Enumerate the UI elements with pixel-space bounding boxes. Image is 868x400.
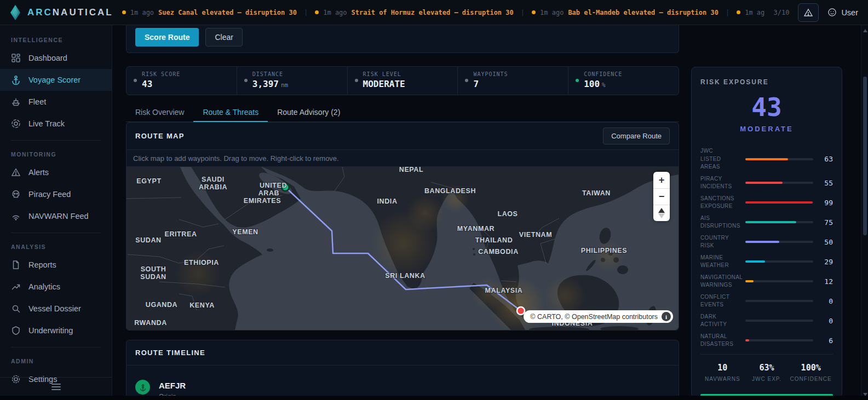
search-icon — [11, 304, 21, 314]
stat-value: MODERATE — [363, 79, 405, 89]
svg-text:CAMBODIA: CAMBODIA — [478, 248, 519, 256]
svg-text:UGANDA: UGANDA — [146, 301, 177, 309]
zoom-in-button[interactable]: + — [653, 172, 670, 188]
compass-south-icon — [658, 213, 665, 218]
divider — [700, 354, 833, 355]
svg-text:ETHIOPIA: ETHIOPIA — [184, 259, 219, 266]
scroll-up-icon[interactable] — [863, 29, 867, 32]
alert-triangle-icon — [11, 167, 21, 177]
summary-label: JWC EXP. — [745, 376, 789, 382]
clear-button[interactable]: Clear — [205, 28, 242, 47]
route-map-title: ROUTE MAP — [135, 132, 185, 140]
sidebar-item-label: Piracy Feed — [28, 190, 71, 199]
sidebar-item-label: Fleet — [28, 97, 46, 106]
sidebar-item-live-track[interactable]: Live Track — [0, 113, 112, 135]
alert-time: 1m ago — [130, 9, 154, 16]
risk-metric-piracy-incidents: PIRACYINCIDENTS 55 — [700, 175, 833, 191]
metric-bar-track — [745, 221, 813, 223]
metric-bar-track — [745, 260, 813, 263]
metric-label: MARINEWEATHER — [700, 254, 740, 270]
route-timeline-card: ROUTE TIMELINE AEFJR Origin — [126, 340, 679, 400]
zoom-out-button[interactable]: − — [653, 188, 670, 205]
user-menu[interactable]: User — [827, 8, 858, 17]
route-map-card: ROUTE MAP Compare Route Click map to add… — [126, 122, 679, 331]
score-route-button[interactable]: Score Route — [135, 28, 199, 47]
risk-metric-marine-weather: MARINEWEATHER 29 — [700, 254, 833, 270]
route-map[interactable]: EGYPTSAUDIARABIAUNITEDARABEMIRATESNEPALB… — [127, 167, 679, 330]
tab-route-advisory-2[interactable]: Route Advisory (2) — [268, 103, 349, 122]
sidebar-item-label: Dashboard — [28, 54, 67, 62]
sidebar-item-label: Live Track — [28, 119, 65, 128]
svg-text:SUDAN: SUDAN — [135, 236, 161, 244]
metric-bar-fill — [745, 280, 754, 282]
stat-label: RISK LEVEL — [363, 71, 405, 77]
sidebar-item-dashboard[interactable]: Dashboard — [0, 47, 112, 69]
route-timeline-title: ROUTE TIMELINE — [135, 349, 205, 357]
risk-exposure-panel: RISK EXPOSURE 43 MODERATE JWCLISTEDAREAS… — [691, 67, 842, 398]
alert-text: Bab el-Mandeb elevated — disruption 30 — [568, 9, 718, 16]
alert-time: 1m ago — [323, 9, 347, 16]
risk-metric-country-risk: COUNTRYRISK 50 — [700, 234, 833, 250]
svg-text:ARABIA: ARABIA — [199, 183, 227, 191]
risk-metrics-list: JWCLISTEDAREAS 63 PIRACYINCIDENTS 55 SAN… — [700, 147, 833, 349]
sidebar-item-fleet[interactable]: Fleet — [0, 91, 112, 113]
svg-text:SOUTH: SOUTH — [141, 265, 166, 273]
compass-north-icon — [658, 208, 665, 213]
stat-value: 7 — [473, 79, 508, 89]
sidebar-item-label: Underwriting — [28, 326, 73, 335]
metric-bar-fill — [745, 339, 749, 341]
sidebar-item-piracy-feed[interactable]: Piracy Feed — [0, 183, 112, 205]
metric-label: JWCLISTEDAREAS — [700, 147, 740, 171]
metric-bar-fill — [745, 221, 796, 223]
compare-route-button[interactable]: Compare Route — [603, 127, 670, 144]
svg-text:YEMEN: YEMEN — [232, 228, 258, 236]
summary-label: CONFIDENCE — [789, 376, 833, 382]
stat-risk-level: RISK LEVEL MODERATE — [347, 67, 458, 95]
risk-score-value: 43 — [700, 95, 833, 120]
sidebar-item-underwriting[interactable]: Underwriting — [0, 320, 112, 341]
status-dot-icon — [576, 79, 579, 82]
svg-text:SRI LANKA: SRI LANKA — [385, 272, 425, 280]
svg-text:EGYPT: EGYPT — [136, 177, 161, 185]
metric-bar-track — [745, 300, 813, 302]
svg-text:RWANDA: RWANDA — [134, 319, 167, 327]
metric-bar-fill — [745, 241, 779, 243]
hamburger-icon — [51, 382, 61, 392]
metric-bar-fill — [745, 182, 783, 184]
risk-level-badge: MODERATE — [700, 125, 833, 133]
sidebar-item-voyage-scorer[interactable]: Voyage Scorer — [0, 69, 112, 91]
sidebar-item-analytics[interactable]: Analytics — [0, 276, 112, 298]
alerts-button[interactable] — [798, 3, 819, 22]
info-icon[interactable]: i — [662, 312, 671, 321]
metric-value: 0 — [819, 297, 833, 305]
ticker-alert: 1m ago Suez Canal elevated — disruption … — [122, 9, 297, 16]
stat-confidence: CONFIDENCE 100% — [568, 67, 679, 95]
sidebar-item-navwarn-feed[interactable]: NAVWARN Feed — [0, 205, 112, 227]
sidebar-collapse-button[interactable] — [0, 377, 112, 396]
anchor-icon — [139, 384, 147, 391]
stat-label: CONFIDENCE — [584, 71, 622, 77]
compass-button[interactable] — [653, 205, 670, 221]
tab-risk-overview[interactable]: Risk Overview — [126, 103, 193, 122]
map-attribution: © CARTO, © OpenStreetMap contributors i — [524, 310, 673, 323]
metric-value: 29 — [819, 258, 833, 266]
sidebar-item-reports[interactable]: Reports — [0, 254, 112, 276]
metric-bar-track — [745, 241, 813, 243]
page-scrollbar[interactable] — [861, 25, 868, 400]
origin-anchor-badge — [135, 380, 150, 395]
ticker-counter: 3/10 — [773, 9, 789, 16]
scrollbar-thumb[interactable] — [863, 77, 867, 235]
sidebar-item-alerts[interactable]: Alerts — [0, 161, 112, 183]
risk-metric-ais-disruptions: AISDISRUPTIONS 75 — [700, 215, 833, 230]
metric-value: 6 — [819, 337, 833, 345]
summary-navwarns: 10 NAVWARNS — [700, 363, 745, 382]
svg-text:EMIRATES: EMIRATES — [244, 197, 281, 205]
trend-icon — [11, 282, 21, 292]
svg-text:TAIWAN: TAIWAN — [582, 189, 611, 197]
sidebar-item-vessel-dossier[interactable]: Vessel Dossier — [0, 298, 112, 320]
tab-route-threats[interactable]: Route & Threats — [193, 103, 268, 122]
metric-bar-fill — [745, 260, 765, 263]
stat-distance: DISTANCE 3,397nm — [237, 67, 347, 95]
destination-waypoint[interactable] — [517, 307, 525, 315]
metric-label: PIRACYINCIDENTS — [700, 175, 740, 191]
